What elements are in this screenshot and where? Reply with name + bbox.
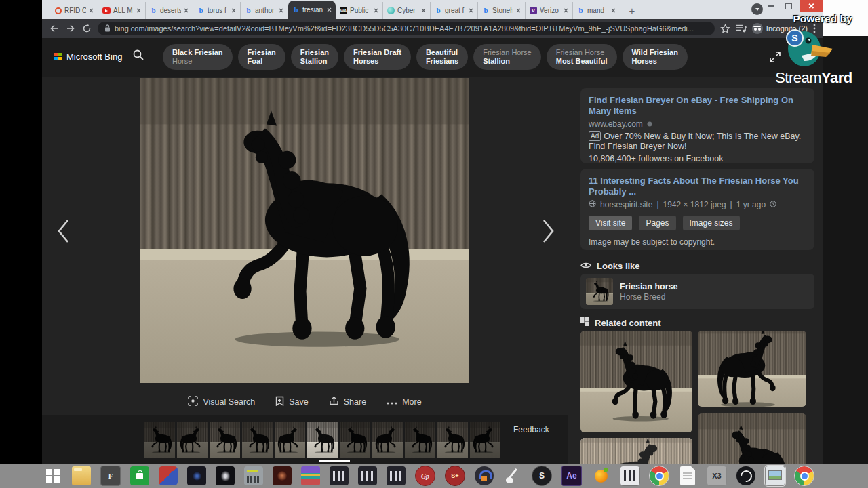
- tab-close-icon[interactable]: [136, 8, 141, 13]
- back-icon[interactable]: [49, 23, 60, 34]
- chip-friesian-draft-horses[interactable]: Friesian DraftHorses: [344, 44, 411, 70]
- after-effects-icon[interactable]: Ae: [561, 466, 582, 486]
- tab-close-icon[interactable]: [184, 8, 189, 13]
- tab-public[interactable]: WA Public: [336, 2, 383, 19]
- tab-close-icon[interactable]: [469, 8, 473, 13]
- tab-close-icon[interactable]: [231, 8, 236, 13]
- thumbnail[interactable]: [242, 422, 273, 458]
- tab-close-icon[interactable]: [374, 8, 378, 13]
- fullscreen-expand-icon[interactable]: [768, 50, 782, 66]
- main-image[interactable]: [140, 78, 469, 383]
- photo-viewer-icon[interactable]: [765, 466, 785, 486]
- visual-search-button[interactable]: Visual Search: [188, 396, 255, 408]
- tab-verizon[interactable]: V Verizo: [526, 2, 573, 19]
- tab-stoneh[interactable]: b Stoneh: [478, 2, 526, 19]
- start-button-icon[interactable]: [43, 466, 62, 485]
- previous-image-button[interactable]: [53, 216, 73, 247]
- media-controls-button[interactable]: [751, 3, 763, 15]
- tab-torus[interactable]: b torus f: [193, 2, 241, 19]
- tab-close-icon[interactable]: [421, 8, 426, 13]
- drum-machine-icon[interactable]: [244, 466, 263, 485]
- chip-friesian-horse-stallion[interactable]: Friesian HorseStallion: [473, 44, 541, 70]
- ebay-ad-card[interactable]: Find Friesian Breyer On eBay - Free Ship…: [580, 88, 814, 163]
- thumbnail[interactable]: [275, 422, 305, 458]
- next-image-button[interactable]: [538, 216, 559, 247]
- chrome-icon[interactable]: [650, 466, 669, 485]
- window-minimize-button[interactable]: [763, 0, 779, 12]
- thumbnail[interactable]: [177, 422, 208, 458]
- ad-title-link[interactable]: Find Friesian Breyer On eBay - Free Ship…: [589, 95, 806, 117]
- thumbnail[interactable]: [405, 422, 435, 458]
- save-button[interactable]: Save: [275, 396, 309, 408]
- address-bar[interactable]: bing.com/images/search?view=detailV2&coi…: [98, 22, 715, 35]
- paint-app-icon[interactable]: [159, 466, 178, 485]
- looks-like-entity[interactable]: Friesian horse Horse Breed: [580, 274, 814, 309]
- chip-friesian-foal[interactable]: FriesianFoal: [238, 44, 285, 70]
- f-app-icon[interactable]: F: [100, 466, 121, 486]
- window-maximize-button[interactable]: [781, 0, 797, 12]
- thumbnail-selected[interactable]: [307, 422, 338, 458]
- window-close-button[interactable]: [800, 0, 823, 12]
- game-red-icon[interactable]: [273, 466, 292, 485]
- thumbnail[interactable]: [437, 422, 468, 458]
- tab-great[interactable]: b great f: [431, 2, 478, 19]
- winrar-icon[interactable]: [301, 466, 320, 485]
- guitar-app-icon[interactable]: [503, 466, 522, 485]
- chip-friesian-horse-most-beautiful[interactable]: Friesian HorseMost Beautiful: [547, 44, 617, 70]
- audacity-icon[interactable]: [475, 466, 494, 485]
- chrome-icon[interactable]: [795, 466, 814, 485]
- new-tab-button[interactable]: +: [625, 3, 639, 18]
- search-icon[interactable]: [132, 49, 144, 64]
- result-title-link[interactable]: 11 Interesting Facts About The Friesian …: [589, 176, 806, 197]
- s-plus-app-icon[interactable]: S+: [445, 466, 465, 486]
- thumbnail[interactable]: [372, 422, 403, 458]
- thumbnail[interactable]: [340, 422, 370, 458]
- reload-icon[interactable]: [81, 23, 92, 34]
- tab-youtube[interactable]: ALL M: [98, 2, 146, 19]
- tab-rfid[interactable]: RFID C: [51, 2, 98, 19]
- store-app-icon[interactable]: [130, 466, 149, 485]
- game-skeleton-icon[interactable]: [216, 466, 235, 485]
- guitar-pro-icon[interactable]: Gp: [415, 466, 435, 486]
- bookmark-star-icon[interactable]: [720, 24, 730, 34]
- game-blue-icon[interactable]: [187, 466, 206, 485]
- thumbnail[interactable]: [470, 422, 500, 458]
- mixer-light-icon[interactable]: [620, 466, 640, 486]
- pages-button[interactable]: Pages: [639, 216, 675, 230]
- tab-cyber[interactable]: Cyber: [383, 2, 431, 19]
- mixer-app-icon[interactable]: [330, 466, 349, 485]
- related-image[interactable]: [698, 331, 806, 407]
- share-button[interactable]: Share: [329, 396, 366, 408]
- tab-close-icon[interactable]: [564, 8, 568, 13]
- related-image[interactable]: [698, 413, 806, 464]
- forward-icon[interactable]: [65, 23, 76, 34]
- related-image[interactable]: [580, 331, 692, 432]
- chip-friesian-stallion[interactable]: FriesianStallion: [291, 44, 338, 70]
- tab-close-icon[interactable]: [327, 7, 332, 12]
- tab-deserts[interactable]: b deserts: [146, 2, 193, 19]
- media-queue-icon[interactable]: [736, 24, 747, 33]
- more-button[interactable]: More: [387, 397, 421, 407]
- feedback-link[interactable]: Feedback: [513, 425, 549, 434]
- tab-close-icon[interactable]: [89, 8, 94, 13]
- chip-black-friesian-horse[interactable]: Black FriesianHorse: [163, 44, 233, 70]
- steinberg-icon[interactable]: S: [532, 466, 552, 486]
- visit-site-button[interactable]: Visit site: [589, 216, 632, 230]
- tab-close-icon[interactable]: [516, 8, 521, 13]
- obs-icon[interactable]: [736, 466, 755, 485]
- microsoft-bing-logo[interactable]: Microsoft Bing: [54, 52, 122, 62]
- image-sizes-button[interactable]: Image sizes: [683, 216, 740, 230]
- entity-name[interactable]: Friesian horse: [620, 282, 677, 292]
- mixer-app-icon[interactable]: [387, 466, 406, 485]
- file-explorer-icon[interactable]: [72, 466, 91, 485]
- tab-mand[interactable]: b mand: [573, 2, 620, 19]
- notepad-icon[interactable]: [680, 466, 695, 485]
- chip-wild-friesian-horses[interactable]: Wild FriesianHorses: [623, 44, 688, 70]
- fl-studio-icon[interactable]: [591, 466, 610, 485]
- source-site[interactable]: horsespirit.site: [600, 200, 652, 209]
- tab-close-icon[interactable]: [279, 8, 283, 13]
- related-image[interactable]: [580, 438, 692, 464]
- x3-app-icon[interactable]: X3: [707, 466, 727, 486]
- tab-anthor[interactable]: b anthor: [241, 2, 288, 19]
- mixer-app-icon[interactable]: [358, 466, 377, 485]
